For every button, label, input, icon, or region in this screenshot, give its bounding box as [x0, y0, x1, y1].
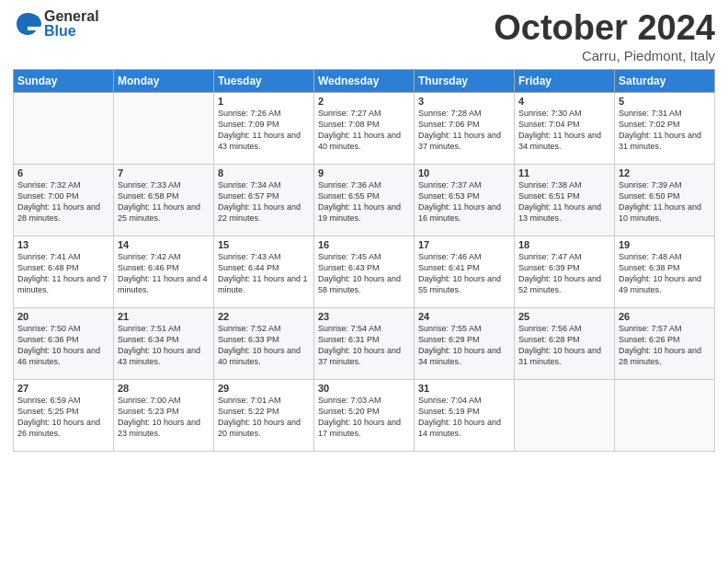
day-number: 9 — [318, 167, 410, 178]
day-info: Sunrise: 7:27 AM Sunset: 7:08 PM Dayligh… — [318, 108, 410, 153]
page-container: General Blue October 2024 Carru, Piedmon… — [0, 0, 728, 459]
day-number: 18 — [518, 239, 610, 250]
day-info: Sunrise: 7:55 AM Sunset: 6:29 PM Dayligh… — [418, 323, 510, 368]
day-number: 1 — [218, 96, 310, 107]
table-row: 31Sunrise: 7:04 AM Sunset: 5:19 PM Dayli… — [415, 379, 515, 451]
day-number: 5 — [619, 96, 711, 107]
day-number: 26 — [619, 311, 711, 322]
day-number: 15 — [218, 239, 310, 250]
calendar-week-row: 13Sunrise: 7:41 AM Sunset: 6:48 PM Dayli… — [14, 236, 715, 307]
day-number: 16 — [318, 239, 410, 250]
table-row: 25Sunrise: 7:56 AM Sunset: 6:28 PM Dayli… — [515, 307, 615, 379]
day-info: Sunrise: 7:31 AM Sunset: 7:02 PM Dayligh… — [619, 108, 711, 153]
day-info: Sunrise: 7:28 AM Sunset: 7:06 PM Dayligh… — [418, 108, 510, 153]
day-info: Sunrise: 7:50 AM Sunset: 6:36 PM Dayligh… — [17, 323, 109, 368]
logo-blue: Blue — [44, 24, 99, 39]
day-number: 20 — [17, 311, 109, 322]
day-info: Sunrise: 7:00 AM Sunset: 5:23 PM Dayligh… — [118, 395, 210, 440]
day-number: 25 — [518, 311, 610, 322]
day-number: 19 — [619, 239, 711, 250]
day-info: Sunrise: 7:47 AM Sunset: 6:39 PM Dayligh… — [518, 251, 610, 296]
day-number: 27 — [17, 383, 109, 394]
day-info: Sunrise: 7:36 AM Sunset: 6:55 PM Dayligh… — [318, 179, 410, 224]
day-number: 4 — [518, 96, 610, 107]
logo-text: General Blue — [44, 9, 99, 39]
day-number: 8 — [218, 167, 310, 178]
calendar-week-row: 27Sunrise: 6:59 AM Sunset: 5:25 PM Dayli… — [14, 379, 715, 451]
header-tuesday: Tuesday — [214, 69, 314, 92]
logo-icon — [13, 9, 42, 39]
day-info: Sunrise: 7:56 AM Sunset: 6:28 PM Dayligh… — [518, 323, 610, 368]
day-number: 11 — [518, 167, 610, 178]
day-number: 14 — [118, 239, 210, 250]
table-row: 3Sunrise: 7:28 AM Sunset: 7:06 PM Daylig… — [415, 92, 515, 164]
table-row: 13Sunrise: 7:41 AM Sunset: 6:48 PM Dayli… — [14, 236, 114, 307]
table-row: 22Sunrise: 7:52 AM Sunset: 6:33 PM Dayli… — [214, 307, 314, 379]
day-info: Sunrise: 7:33 AM Sunset: 6:58 PM Dayligh… — [118, 179, 210, 224]
day-number: 30 — [318, 383, 410, 394]
logo-general: General — [44, 9, 99, 24]
day-number: 21 — [118, 311, 210, 322]
table-row: 7Sunrise: 7:33 AM Sunset: 6:58 PM Daylig… — [114, 164, 214, 236]
table-row: 26Sunrise: 7:57 AM Sunset: 6:26 PM Dayli… — [615, 307, 715, 379]
day-number: 31 — [418, 383, 510, 394]
calendar-week-row: 6Sunrise: 7:32 AM Sunset: 7:00 PM Daylig… — [14, 164, 715, 236]
day-info: Sunrise: 7:38 AM Sunset: 6:51 PM Dayligh… — [518, 179, 610, 224]
logo: General Blue — [13, 9, 99, 39]
table-row: 19Sunrise: 7:48 AM Sunset: 6:38 PM Dayli… — [615, 236, 715, 307]
day-info: Sunrise: 7:52 AM Sunset: 6:33 PM Dayligh… — [218, 323, 310, 368]
day-number: 28 — [118, 383, 210, 394]
weekday-header-row: Sunday Monday Tuesday Wednesday Thursday… — [14, 69, 715, 92]
day-info: Sunrise: 7:30 AM Sunset: 7:04 PM Dayligh… — [518, 108, 610, 153]
day-number: 6 — [17, 167, 109, 178]
day-number: 2 — [318, 96, 410, 107]
table-row: 29Sunrise: 7:01 AM Sunset: 5:22 PM Dayli… — [214, 379, 314, 451]
table-row — [615, 379, 715, 451]
day-info: Sunrise: 7:03 AM Sunset: 5:20 PM Dayligh… — [318, 395, 410, 440]
day-info: Sunrise: 7:34 AM Sunset: 6:57 PM Dayligh… — [218, 179, 310, 224]
day-info: Sunrise: 7:57 AM Sunset: 6:26 PM Dayligh… — [619, 323, 711, 368]
table-row — [515, 379, 615, 451]
day-number: 17 — [418, 239, 510, 250]
day-number: 22 — [218, 311, 310, 322]
day-info: Sunrise: 7:48 AM Sunset: 6:38 PM Dayligh… — [619, 251, 711, 296]
header-saturday: Saturday — [615, 69, 715, 92]
day-number: 23 — [318, 311, 410, 322]
table-row: 30Sunrise: 7:03 AM Sunset: 5:20 PM Dayli… — [314, 379, 415, 451]
table-row: 11Sunrise: 7:38 AM Sunset: 6:51 PM Dayli… — [515, 164, 615, 236]
table-row: 6Sunrise: 7:32 AM Sunset: 7:00 PM Daylig… — [14, 164, 114, 236]
day-info: Sunrise: 7:42 AM Sunset: 6:46 PM Dayligh… — [118, 251, 210, 296]
table-row: 4Sunrise: 7:30 AM Sunset: 7:04 PM Daylig… — [515, 92, 615, 164]
table-row: 2Sunrise: 7:27 AM Sunset: 7:08 PM Daylig… — [314, 92, 415, 164]
table-row: 8Sunrise: 7:34 AM Sunset: 6:57 PM Daylig… — [214, 164, 314, 236]
day-number: 10 — [418, 167, 510, 178]
table-row: 14Sunrise: 7:42 AM Sunset: 6:46 PM Dayli… — [114, 236, 214, 307]
table-row: 18Sunrise: 7:47 AM Sunset: 6:39 PM Dayli… — [515, 236, 615, 307]
title-block: October 2024 Carru, Piedmont, Italy — [494, 9, 715, 63]
day-info: Sunrise: 7:51 AM Sunset: 6:34 PM Dayligh… — [118, 323, 210, 368]
day-info: Sunrise: 7:04 AM Sunset: 5:19 PM Dayligh… — [418, 395, 510, 440]
calendar-table: Sunday Monday Tuesday Wednesday Thursday… — [13, 69, 715, 452]
day-info: Sunrise: 7:45 AM Sunset: 6:43 PM Dayligh… — [318, 251, 410, 296]
day-info: Sunrise: 7:01 AM Sunset: 5:22 PM Dayligh… — [218, 395, 310, 440]
day-info: Sunrise: 6:59 AM Sunset: 5:25 PM Dayligh… — [17, 395, 109, 440]
table-row: 28Sunrise: 7:00 AM Sunset: 5:23 PM Dayli… — [114, 379, 214, 451]
day-number: 12 — [619, 167, 711, 178]
day-info: Sunrise: 7:43 AM Sunset: 6:44 PM Dayligh… — [218, 251, 310, 296]
header: General Blue October 2024 Carru, Piedmon… — [13, 9, 715, 63]
day-number: 29 — [218, 383, 310, 394]
table-row: 9Sunrise: 7:36 AM Sunset: 6:55 PM Daylig… — [314, 164, 415, 236]
header-friday: Friday — [515, 69, 615, 92]
table-row: 1Sunrise: 7:26 AM Sunset: 7:09 PM Daylig… — [214, 92, 314, 164]
table-row: 20Sunrise: 7:50 AM Sunset: 6:36 PM Dayli… — [14, 307, 114, 379]
table-row: 15Sunrise: 7:43 AM Sunset: 6:44 PM Dayli… — [214, 236, 314, 307]
header-wednesday: Wednesday — [314, 69, 415, 92]
day-number: 7 — [118, 167, 210, 178]
month-title: October 2024 — [494, 9, 715, 48]
table-row — [14, 92, 114, 164]
table-row: 21Sunrise: 7:51 AM Sunset: 6:34 PM Dayli… — [114, 307, 214, 379]
table-row: 10Sunrise: 7:37 AM Sunset: 6:53 PM Dayli… — [415, 164, 515, 236]
table-row: 27Sunrise: 6:59 AM Sunset: 5:25 PM Dayli… — [14, 379, 114, 451]
day-number: 3 — [418, 96, 510, 107]
header-sunday: Sunday — [14, 69, 114, 92]
